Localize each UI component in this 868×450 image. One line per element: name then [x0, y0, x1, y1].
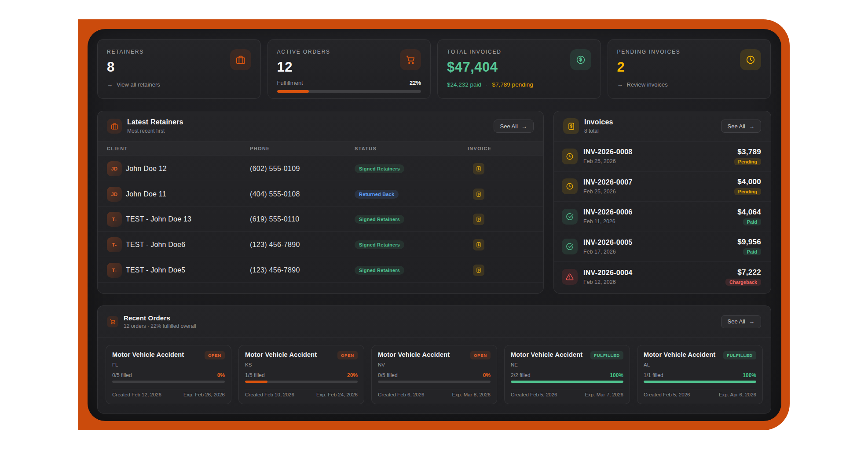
invoice-document-icon[interactable] — [473, 214, 484, 225]
invoice-row[interactable]: INV-2026-0006 Feb 11, 2026 $4,064 Paid — [554, 202, 771, 232]
invoice-document-icon[interactable] — [473, 189, 484, 200]
order-card[interactable]: Motor Vehicle Accident OPEN FL 0/5 fille… — [106, 345, 231, 404]
paid-amount: $24,232 paid — [447, 81, 481, 88]
review-invoices-link[interactable]: → Review invoices — [617, 81, 762, 88]
status-badge: Returned Back — [355, 190, 399, 199]
avatar: JD — [107, 187, 122, 202]
invoice-status-icon — [562, 209, 578, 225]
panel-subtitle: 8 total — [584, 128, 613, 134]
order-created: Created Feb 12, 2026 — [112, 392, 161, 397]
invoice-row[interactable]: INV-2026-0004 Feb 12, 2026 $7,222 Charge… — [554, 262, 771, 292]
orange-frame: RETAINERS 8 → View all retainers ACTIVE … — [78, 19, 790, 430]
invoice-document-icon[interactable] — [473, 163, 484, 174]
order-state: NE — [511, 362, 623, 367]
order-progressbar — [511, 381, 623, 383]
invoice-date: Feb 12, 2026 — [583, 279, 633, 285]
retainer-row[interactable]: T- TEST - John Doe6 (123) 456-7890 Signe… — [98, 232, 543, 257]
client-phone: (404) 555-0108 — [250, 190, 355, 198]
retainer-row[interactable]: JD John Doe 11 (404) 555-0108 Returned B… — [98, 181, 543, 207]
order-expires: Exp. Mar 7, 2026 — [585, 392, 623, 397]
avatar: T- — [107, 263, 122, 278]
order-percent: 0% — [217, 372, 225, 378]
invoice-amount: $7,222 — [725, 268, 761, 277]
arrow-right-icon: → — [749, 123, 754, 130]
order-created: Created Feb 10, 2026 — [245, 392, 294, 397]
order-state: KS — [245, 362, 358, 367]
order-created: Created Feb 6, 2026 — [378, 392, 425, 397]
client-name: TEST - John Doe6 — [126, 241, 185, 249]
order-progressbar — [378, 381, 491, 383]
order-cards: Motor Vehicle Accident OPEN FL 0/5 fille… — [98, 338, 771, 404]
client-name: TEST - John Doe5 — [126, 266, 185, 274]
stat-link-label: Review invoices — [627, 81, 668, 88]
invoice-amount: $3,789 — [734, 148, 761, 156]
retainer-row[interactable]: T- TEST - John Doe5 (123) 456-7890 Signe… — [98, 257, 543, 283]
order-status-badge: FULFILLED — [590, 351, 623, 359]
column-header-phone: PHONE — [250, 146, 355, 151]
invoice-status-badge: Chargeback — [725, 279, 761, 286]
order-expires: Exp. Feb 26, 2026 — [183, 392, 225, 397]
invoice-row[interactable]: INV-2026-0008 Feb 25, 2026 $3,789 Pendin… — [554, 142, 771, 172]
order-state: NV — [378, 362, 491, 367]
see-all-orders-button[interactable]: See All → — [721, 315, 761, 328]
invoice-number: INV-2026-0006 — [583, 208, 633, 216]
order-percent: 100% — [743, 372, 756, 378]
stat-value: 12 — [277, 59, 421, 75]
briefcase-icon — [107, 119, 122, 134]
order-card[interactable]: Motor Vehicle Accident OPEN KS 1/5 fille… — [238, 345, 364, 404]
client-phone: (602) 555-0109 — [250, 165, 355, 173]
stat-label: ACTIVE ORDERS — [277, 49, 421, 55]
panel-title: Recent Orders — [124, 314, 196, 322]
order-card[interactable]: Motor Vehicle Accident FULFILLED AL 1/1 … — [637, 345, 763, 404]
order-title: Motor Vehicle Accident — [644, 351, 715, 358]
arrow-right-icon: → — [521, 123, 527, 130]
order-card[interactable]: Motor Vehicle Accident OPEN NV 0/5 fille… — [371, 345, 497, 404]
cart-icon — [107, 316, 118, 327]
view-all-retainers-link[interactable]: → View all retainers — [107, 81, 251, 88]
order-filled: 1/1 filled — [644, 372, 663, 378]
client-phone: (123) 456-7890 — [250, 241, 355, 249]
invoice-date: Feb 17, 2026 — [583, 249, 633, 255]
order-expires: Exp. Feb 24, 2026 — [316, 392, 358, 397]
order-title: Motor Vehicle Accident — [511, 351, 582, 358]
invoice-row[interactable]: INV-2026-0005 Feb 17, 2026 $9,956 Paid — [554, 232, 771, 262]
status-badge: Signed Retainers — [355, 266, 404, 275]
invoice-row[interactable]: INV-2026-0007 Feb 25, 2026 $4,000 Pendin… — [554, 172, 771, 202]
invoice-status-badge: Paid — [743, 218, 761, 225]
see-all-retainers-button[interactable]: See All → — [494, 120, 534, 133]
order-state: AL — [644, 362, 756, 367]
client-name: TEST - John Doe 13 — [126, 215, 191, 223]
arrow-right-icon: → — [749, 318, 754, 325]
see-all-label: See All — [500, 123, 518, 130]
invoice-number: INV-2026-0008 — [583, 148, 633, 156]
order-percent: 100% — [610, 372, 623, 378]
invoice-document-icon[interactable] — [473, 265, 484, 276]
invoices-header: Invoices 8 total See All → — [554, 111, 771, 141]
order-progressbar — [245, 381, 358, 383]
invoice-status-icon — [562, 178, 578, 194]
invoices-panel: Invoices 8 total See All → — [553, 111, 771, 294]
invoice-number: INV-2026-0007 — [583, 178, 633, 186]
invoice-number: INV-2026-0004 — [583, 269, 633, 277]
pending-amount: $7,789 pending — [492, 81, 533, 88]
stat-card-active-orders: ACTIVE ORDERS 12 Fulfillment 22% — [267, 39, 431, 99]
recent-orders-panel: Recent Orders 12 orders · 22% fulfilled … — [97, 305, 771, 414]
retainers-header: Latest Retainers Most recent first See A… — [98, 111, 543, 141]
see-all-invoices-button[interactable]: See All → — [721, 120, 761, 133]
retainers-table-header: CLIENT PHONE STATUS INVOICE — [98, 141, 543, 156]
arrow-right-icon: → — [107, 81, 113, 88]
order-status-badge: OPEN — [205, 351, 225, 359]
order-card[interactable]: Motor Vehicle Accident FULFILLED NE 2/2 … — [504, 345, 630, 404]
order-created: Created Feb 5, 2026 — [511, 392, 557, 397]
invoice-document-icon[interactable] — [473, 239, 484, 250]
order-status-badge: OPEN — [470, 351, 491, 359]
order-percent: 0% — [483, 372, 491, 378]
status-badge: Signed Retainers — [355, 240, 404, 249]
invoice-number: INV-2026-0005 — [583, 239, 633, 247]
panel-title: Invoices — [584, 118, 613, 126]
invoice-date: Feb 25, 2026 — [583, 189, 633, 195]
retainer-row[interactable]: T- TEST - John Doe 13 (619) 555-0110 Sig… — [98, 207, 543, 232]
stats-row: RETAINERS 8 → View all retainers ACTIVE … — [97, 39, 771, 99]
retainer-row[interactable]: JD John Doe 12 (602) 555-0109 Signed Ret… — [98, 156, 543, 181]
avatar: T- — [107, 212, 122, 227]
